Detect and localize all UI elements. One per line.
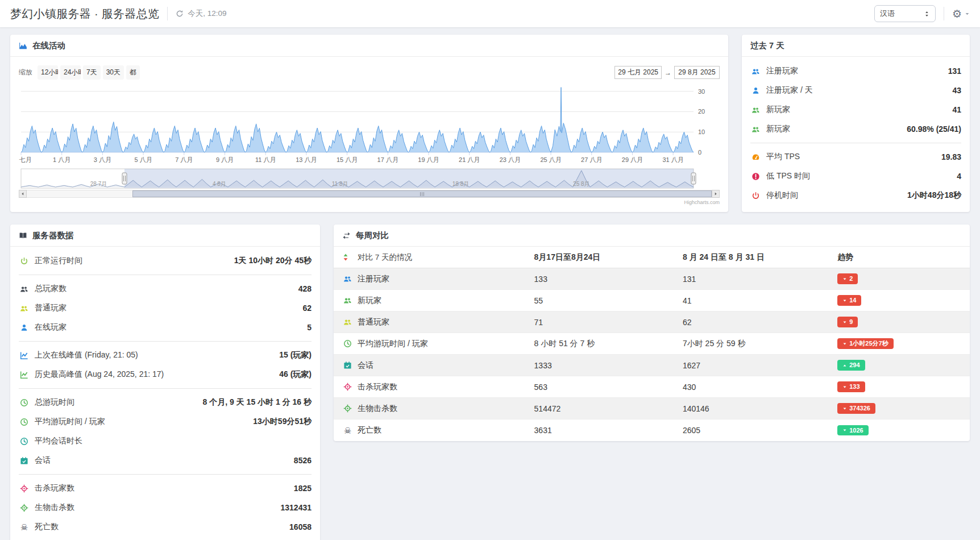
trend-value: 1026 — [849, 427, 863, 434]
clock-icon — [19, 418, 30, 426]
zoom-buttons: 12小时24小时7天30天都 — [38, 65, 140, 80]
stat-row: 新玩家60.98% (25/41) — [750, 119, 961, 139]
divider — [19, 275, 312, 275]
stat-row: 生物击杀数1312431 — [19, 498, 312, 517]
scrollbar-right-button[interactable] — [712, 190, 720, 198]
users-icon — [342, 296, 353, 305]
zoom-button-0[interactable]: 12小时 — [38, 65, 58, 80]
week2-value: 7小时 25 分 59 秒 — [683, 339, 837, 349]
caret-down-icon — [842, 298, 847, 303]
zoom-button-3[interactable]: 30天 — [103, 65, 124, 80]
week1-value: 71 — [534, 318, 683, 327]
language-select-value: 汉语 — [880, 9, 895, 19]
date-range: 29 七月 2025 → 29 8月 2025 — [614, 66, 720, 79]
scrollbar-thumb[interactable] — [132, 190, 712, 197]
card-title: 每周对比 — [356, 230, 389, 241]
stat-value: 1天 10小时 20分 45秒 — [229, 256, 312, 266]
svg-text:17 八月: 17 八月 — [377, 156, 398, 163]
weekly-table-row: ☠死亡数363126051026 — [334, 419, 970, 441]
zoom-button-4[interactable]: 都 — [126, 65, 140, 80]
weekly-table-row: 新玩家554114 — [334, 290, 970, 311]
trend-badge: 374326 — [837, 403, 875, 413]
weekly-table-row: 普通玩家71629 — [334, 311, 970, 333]
stat-value: 19.83 — [936, 152, 961, 161]
svg-text:10: 10 — [698, 128, 705, 135]
caret-down-icon — [842, 342, 847, 346]
stat-row: 新玩家41 — [750, 100, 961, 119]
week1-value: 55 — [534, 296, 683, 305]
past-7-days-rows: 注册玩家131注册玩家 / 天43新玩家41新玩家60.98% (25/41)平… — [742, 57, 970, 212]
zoom-button-2[interactable]: 7天 — [83, 65, 101, 80]
svg-text:15 八月: 15 八月 — [337, 156, 358, 163]
comparison-period-label: 对比 7 天的情况 — [358, 252, 412, 263]
stat-value: 16058 — [284, 522, 312, 531]
stat-row: 总玩家数428 — [19, 279, 312, 298]
stat-value: 13小时59分51秒 — [247, 417, 312, 427]
date-to-input[interactable]: 29 8月 2025 — [674, 66, 720, 79]
tachometer-icon — [750, 153, 761, 161]
server-data-card: 服务器数据 正常运行时间1天 10小时 20分 45秒总玩家数428普通玩家62… — [10, 225, 320, 540]
stat-row: 击杀玩家数1825 — [19, 479, 312, 498]
trend-badge: 1026 — [837, 425, 868, 435]
card-title: 服务器数据 — [32, 230, 74, 241]
svg-text:1 八月: 1 八月 — [53, 156, 70, 163]
zoom-button-1[interactable]: 24小时 — [60, 65, 81, 80]
users-icon — [750, 125, 761, 134]
clock-icon — [19, 437, 30, 446]
week1-value: 133 — [534, 275, 683, 284]
stat-row: 平均会话时长 — [19, 431, 312, 451]
trend-value: 294 — [849, 362, 859, 368]
trend-badge: 133 — [837, 381, 865, 392]
chart-scrollbar — [19, 190, 720, 198]
chart-navigator[interactable]: 28 7月4 8月11 8月18 8月25 8月 — [19, 168, 720, 189]
sort-icons — [342, 254, 353, 261]
refresh-icon[interactable] — [176, 10, 184, 18]
language-select[interactable]: 汉语 — [874, 5, 936, 22]
stat-label: 击杀玩家数 — [35, 483, 74, 493]
stat-row: 注册玩家 / 天43 — [750, 81, 961, 100]
stat-value: 1825 — [288, 484, 312, 493]
date-from-input[interactable]: 29 七月 2025 — [614, 66, 662, 79]
stat-row: 总游玩时间8 个月, 9 天 15 小时 1 分 16 秒 — [19, 393, 312, 412]
trend-badge: 9 — [837, 317, 858, 327]
weekly-comparison-card: 每周对比 对比 7 天的情况 8月17日至8月24日 8 月 24 日至 8 月… — [334, 225, 970, 441]
weekly-table-rows: 注册玩家1331312新玩家554114普通玩家71629平均游玩时间 / 玩家… — [334, 268, 970, 441]
page-title: 梦幻小镇服务器 · 服务器总览 — [10, 6, 159, 22]
caret-down-icon — [842, 428, 847, 433]
stat-label: 上次在线峰值 (Friday, 21: 05) — [35, 350, 138, 360]
scrollbar-track[interactable] — [27, 190, 712, 198]
clock-icon — [342, 339, 353, 348]
online-activity-chart[interactable]: 010203030 七月1 八月3 八月5 八月7 八月9 八月11 八月13 … — [19, 83, 720, 165]
week1-value: 1333 — [534, 361, 683, 370]
past-7-days-card: 过去 7 天 注册玩家131注册玩家 / 天43新玩家41新玩家60.98% (… — [742, 35, 970, 212]
settings-button[interactable]: ⚙ — [952, 9, 970, 19]
card-title: 在线活动 — [32, 40, 65, 51]
navigator-handle-right[interactable] — [691, 173, 696, 184]
scrollbar-left-button[interactable] — [19, 190, 27, 198]
trend-value: 2 — [849, 275, 853, 282]
stat-value: 43 — [946, 86, 961, 95]
svg-text:30 七月: 30 七月 — [19, 156, 32, 163]
stat-value: 15 (玩家) — [273, 350, 312, 360]
stat-label: 平均游玩时间 / 玩家 — [358, 339, 428, 349]
caret-down-icon — [842, 320, 847, 325]
svg-text:25 八月: 25 八月 — [540, 156, 561, 163]
trend-column-header: 趋势 — [837, 252, 961, 263]
users-icon — [19, 304, 30, 313]
stat-label: 低 TPS 时间 — [766, 171, 810, 181]
navigator-handle-left[interactable] — [122, 173, 127, 184]
trend-badge: 2 — [837, 273, 858, 284]
user-icon — [19, 323, 30, 332]
online-activity-card: 在线活动 缩放 12小时24小时7天30天都 29 七月 2025 → 29 8… — [10, 35, 728, 212]
card-title: 过去 7 天 — [750, 40, 784, 51]
stat-value: 46 (玩家) — [273, 369, 312, 380]
crosshairs-icon — [19, 484, 30, 493]
stat-label: 新玩家 — [766, 124, 790, 134]
highcharts-credit[interactable]: Highcharts.com — [19, 200, 720, 205]
stat-value: 131 — [942, 67, 961, 76]
svg-text:27 八月: 27 八月 — [581, 156, 602, 163]
users-icon — [342, 318, 353, 326]
stat-value: 8 个月, 9 天 15 小时 1 分 16 秒 — [197, 397, 312, 408]
stat-row: 上次在线峰值 (Friday, 21: 05)15 (玩家) — [19, 346, 312, 365]
stat-value: 41 — [946, 105, 961, 114]
